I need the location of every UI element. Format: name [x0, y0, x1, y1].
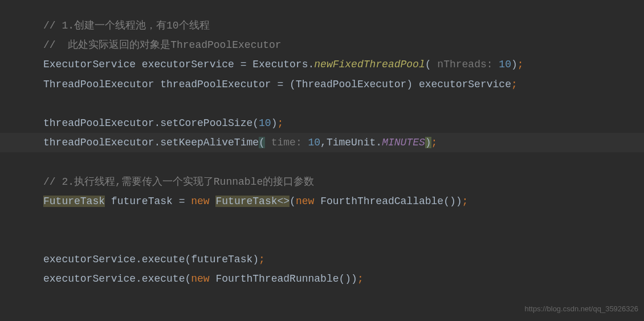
code-text: ,TimeUnit.: [320, 137, 382, 148]
code-paren: ): [511, 59, 517, 70]
code-keyword: new: [296, 196, 314, 207]
code-paren: (: [259, 137, 265, 148]
code-semicolon: ;: [462, 196, 468, 207]
param-hint: time:: [265, 137, 308, 148]
code-warning: FutureTask<>: [215, 196, 290, 207]
code-paren: ): [425, 137, 431, 148]
code-constant: MINUTES: [382, 137, 425, 148]
code-text: executorService.execute(: [43, 273, 191, 285]
code-warning: FutureTask: [43, 196, 105, 207]
code-text: futureTask =: [105, 196, 191, 207]
code-comment: // 2.执行线程,需要传入一个实现了Runnable的接口参数: [43, 176, 314, 188]
code-text: executorService.execute(futureTask): [43, 254, 259, 265]
code-semicolon: ;: [357, 273, 364, 285]
code-text: FourthThreadRunnable()): [210, 273, 357, 285]
code-keyword: new: [191, 196, 209, 207]
code-text: ExecutorService executorService = Execut…: [43, 59, 314, 70]
code-text: FourthThreadCallable()): [314, 196, 462, 207]
code-editor[interactable]: // 1.创建一个线程池，有10个线程 // 此处实际返回的对象是ThreadP…: [43, 16, 644, 289]
code-method: newFixedThreadPool: [314, 59, 425, 70]
highlighted-line: threadPoolExecutor.setKeepAliveTime( tim…: [0, 133, 644, 152]
code-text: threadPoolExecutor.setKeepAliveTime: [43, 137, 259, 148]
code-semicolon: ;: [517, 59, 524, 70]
code-keyword: new: [191, 273, 209, 285]
code-number: 10: [499, 59, 511, 70]
code-paren: (: [290, 196, 296, 207]
param-hint: nThreads:: [431, 59, 499, 70]
code-text: [210, 196, 216, 207]
code-paren: ): [271, 117, 278, 129]
code-semicolon: ;: [277, 117, 283, 129]
code-text: ThreadPoolExecutor threadPoolExecutor = …: [43, 79, 511, 90]
code-comment: // 1.创建一个线程池，有10个线程: [43, 20, 210, 31]
code-semicolon: ;: [431, 137, 438, 148]
code-semicolon: ;: [511, 79, 517, 90]
code-text: threadPoolExecutor.setCorePoolSize(: [43, 117, 259, 129]
code-comment: // 此处实际返回的对象是ThreadPoolExecutor: [43, 39, 282, 51]
watermark-text: https://blog.csdn.net/qq_35926326: [525, 302, 639, 316]
code-paren: (: [425, 59, 431, 70]
code-number: 10: [308, 137, 321, 148]
code-number: 10: [259, 117, 271, 129]
code-semicolon: ;: [259, 254, 265, 265]
